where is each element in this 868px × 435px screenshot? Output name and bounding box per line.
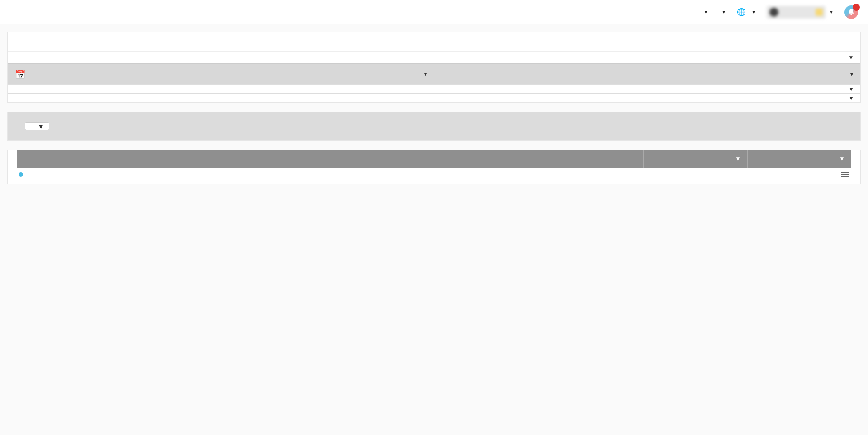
- all-select[interactable]: ▼: [747, 150, 851, 168]
- apps-selector[interactable]: ▾: [434, 64, 861, 84]
- chevron-down-icon: ▼: [840, 156, 845, 162]
- show-breakdown-button[interactable]: ▼: [8, 85, 860, 93]
- detailed-statistics-bar: ▼ ▼: [17, 150, 851, 168]
- users-summary: [17, 43, 434, 47]
- overview-card: ▼ 📅 ▾ ▾ ▼ ▼: [7, 32, 861, 103]
- chevron-down-icon: ▼: [829, 9, 834, 14]
- user-info-blurred: [767, 6, 826, 19]
- chart-menu-button[interactable]: [841, 172, 849, 177]
- show-breakdown-button[interactable]: ▼: [8, 94, 860, 102]
- user-menu[interactable]: ▼: [767, 6, 834, 19]
- chevron-down-icon: ▼: [38, 123, 44, 130]
- notification-badge: [853, 4, 860, 11]
- sessions-summary: [434, 43, 851, 47]
- legend-marker-icon: [19, 172, 23, 177]
- view-statistics-select[interactable]: ▼: [25, 122, 49, 130]
- show-breakdown-button[interactable]: ▼: [8, 51, 860, 63]
- chevron-down-icon: ▼: [722, 9, 726, 14]
- chevron-down-icon: ▼: [849, 95, 854, 101]
- chevron-down-icon: ▾: [850, 71, 853, 77]
- chevron-down-icon: ▼: [736, 156, 741, 162]
- chevron-down-icon: ▼: [751, 9, 756, 14]
- summary-row: [8, 32, 860, 51]
- notifications-button[interactable]: [844, 5, 858, 19]
- sessions-select[interactable]: ▼: [643, 150, 747, 168]
- topbar: ▼ ▼ 🌐▼ ▼: [0, 0, 868, 24]
- date-range-selector[interactable]: 📅 ▾: [8, 64, 434, 84]
- get-help-menu[interactable]: ▼: [719, 9, 726, 14]
- chart-legend-row: [8, 168, 860, 181]
- calendar-icon: 📅: [15, 69, 26, 80]
- language-menu[interactable]: 🌐▼: [737, 8, 756, 16]
- resources-menu[interactable]: ▼: [701, 9, 708, 14]
- chevron-down-icon: ▼: [849, 86, 854, 92]
- chevron-down-icon: ▼: [849, 54, 854, 61]
- view-statistics-row: ▼: [7, 112, 861, 141]
- globe-icon: 🌐: [737, 8, 746, 16]
- topbar-right: ▼ ▼ 🌐▼ ▼: [701, 5, 858, 19]
- filters-row: 📅 ▾ ▾: [8, 63, 860, 84]
- chevron-down-icon: ▼: [703, 9, 708, 14]
- chevron-down-icon: ▾: [424, 71, 427, 77]
